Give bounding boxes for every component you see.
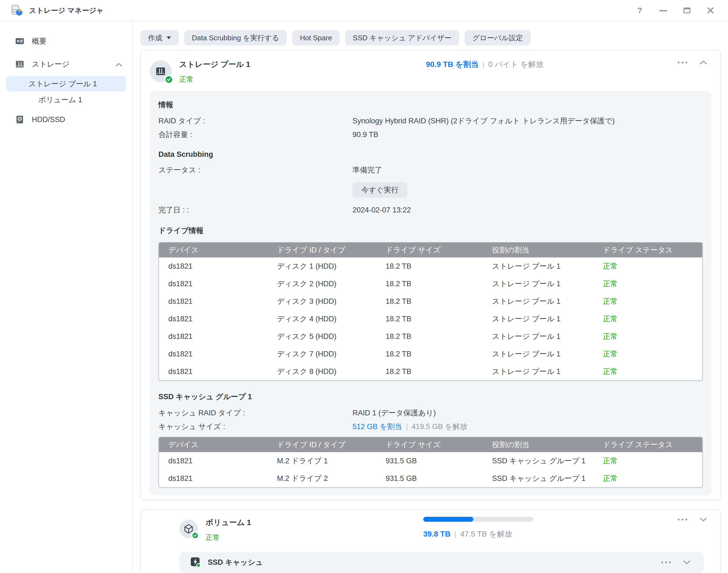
raid-type-label: RAID タイプ : (158, 116, 352, 125)
raid-type-value: Synology Hybrid RAID (SHR) (2ドライブ フォルト ト… (352, 116, 615, 125)
minimize-button[interactable] (659, 6, 668, 15)
cell-size: 931.5 GB (376, 452, 483, 470)
pool-title: ストレージ プール 1 (179, 59, 250, 70)
col-drive-status: ドライブ ステータス (594, 437, 702, 452)
nas-icon (155, 65, 167, 77)
drive-info-heading: ドライブ情報 (158, 226, 703, 236)
hdd-icon (15, 115, 25, 124)
cell-role: SSD キャッシュ グループ 1 (483, 470, 594, 487)
cell-role: ストレージ プール 1 (483, 257, 594, 275)
healthy-check-icon (164, 75, 173, 84)
hot-spare-button[interactable]: Hot Spare (292, 30, 340, 46)
cache-raid-row: キャッシュ RAID タイプ : RAID 1 (データ保護あり) (158, 408, 703, 418)
sidebar-item-storage-pool-1[interactable]: ストレージ プール 1 (6, 76, 126, 92)
cache-reclaimable: 419.5 GB を解放 (412, 422, 467, 431)
cache-allocated: 512 GB を割当 (352, 422, 402, 431)
sidebar-item-overview[interactable]: 概要 (0, 33, 132, 49)
create-button[interactable]: 作成 (141, 30, 179, 46)
info-row-raid: RAID タイプ : Synology Hybrid RAID (SHR) (2… (158, 116, 703, 125)
cache-drive-table: デバイス ドライブ ID / タイプ ドライブ サイズ 役割の割当 ドライブ ス… (158, 437, 703, 488)
chevron-up-icon[interactable] (116, 60, 122, 68)
sidebar-item-label: 概要 (32, 36, 47, 46)
cell-device: ds1821 (159, 275, 268, 293)
more-menu-icon[interactable] (661, 561, 671, 563)
scrub-date-row: 完了日 : : 2024-02-07 13:22 (158, 205, 703, 215)
total-capacity-label: 合計容量 : (158, 130, 352, 139)
sidebar-item-storage[interactable]: ストレージ (0, 56, 132, 72)
volume-used: 39.8 TB (423, 530, 451, 538)
volume-card: ボリューム 1 正常 39.8 TB|47.5 TB を解放 (141, 509, 721, 573)
pool-card-actions (678, 60, 707, 65)
sidebar-item-label: ボリューム 1 (38, 95, 82, 105)
cell-drive-id: ディスク 2 (HDD) (268, 275, 376, 293)
col-device: デバイス (159, 437, 268, 452)
expand-chevron-down-icon[interactable] (699, 517, 707, 522)
cache-divider: | (406, 422, 408, 431)
cell-role: ストレージ プール 1 (483, 363, 594, 380)
cell-drive-id: ディスク 1 (HDD) (268, 257, 376, 275)
ssd-cache-advisor-button[interactable]: SSD キャッシュ アドバイザー (345, 30, 459, 46)
expand-chevron-down-icon[interactable] (683, 560, 691, 565)
cache-drive-row: ds1821M.2 ドライブ 2931.5 GBSSD キャッシュ グループ 1… (159, 470, 702, 487)
cell-status: 正常 (594, 257, 702, 275)
volume-capacity: 39.8 TB|47.5 TB を解放 (423, 517, 534, 539)
main-content: 作成 Data Scrubbing を実行する Hot Spare SSD キャ… (133, 21, 728, 572)
help-button[interactable]: ? (635, 6, 644, 15)
total-capacity-value: 90.9 TB (352, 130, 378, 139)
more-menu-icon[interactable] (678, 518, 687, 521)
ssd-group-heading: SSD キャッシュ グループ 1 (158, 392, 703, 402)
cell-drive-id: ディスク 7 (HDD) (268, 345, 376, 363)
cache-table-header: デバイス ドライブ ID / タイプ ドライブ サイズ 役割の割当 ドライブ ス… (159, 437, 702, 452)
sidebar-item-hdd-ssd[interactable]: HDD/SSD (0, 111, 132, 128)
volume-card-header: ボリューム 1 正常 39.8 TB|47.5 TB を解放 (141, 510, 720, 552)
capacity-divider: | (483, 60, 484, 68)
window-title: ストレージ マネージャ (29, 6, 104, 15)
col-role: 役割の割当 (483, 243, 594, 257)
sidebar: 概要 ストレージ ストレージ プール 1 ボリューム 1 (0, 21, 133, 572)
cell-size: 18.2 TB (376, 345, 483, 363)
info-row-capacity: 合計容量 : 90.9 TB (158, 130, 703, 139)
create-button-label: 作成 (148, 33, 162, 43)
storage-pool-card: ストレージ プール 1 正常 90.9 TB を割当|0 バイト を解放 (141, 50, 721, 500)
global-settings-button[interactable]: グローバル設定 (464, 30, 530, 46)
sidebar-item-volume-1[interactable]: ボリューム 1 (6, 93, 126, 107)
storage-manager-window: ストレージ マネージャ ? 概要 (0, 0, 728, 573)
run-now-button[interactable]: 今すぐ実行 (352, 182, 407, 198)
volume-card-actions (678, 517, 707, 522)
cell-device: ds1821 (159, 257, 268, 275)
col-drive-status: ドライブ ステータス (594, 243, 702, 257)
cell-role: ストレージ プール 1 (483, 345, 594, 363)
drive-row: ds1821ディスク 2 (HDD)18.2 TBストレージ プール 1正常 (159, 275, 702, 293)
drive-table-header: デバイス ドライブ ID / タイプ ドライブ サイズ 役割の割当 ドライブ ス… (159, 243, 702, 257)
toolbar: 作成 Data Scrubbing を実行する Hot Spare SSD キャ… (141, 30, 721, 46)
pool-capacity: 90.9 TB を割当|0 バイト を解放 (426, 59, 544, 70)
col-device: デバイス (159, 243, 268, 257)
overview-icon (15, 36, 25, 46)
volume-usage-bar (423, 517, 534, 522)
drive-row: ds1821ディスク 4 (HDD)18.2 TBストレージ プール 1正常 (159, 310, 702, 328)
drive-table: デバイス ドライブ ID / タイプ ドライブ サイズ 役割の割当 ドライブ ス… (158, 242, 703, 381)
cell-status: 正常 (594, 345, 702, 363)
cell-device: ds1821 (159, 310, 268, 328)
cache-drive-row: ds1821M.2 ドライブ 1931.5 GBSSD キャッシュ グループ 1… (159, 452, 702, 470)
healthy-check-icon (191, 532, 199, 539)
collapse-chevron-up-icon[interactable] (699, 60, 707, 65)
drive-row: ds1821ディスク 7 (HDD)18.2 TBストレージ プール 1正常 (159, 345, 702, 363)
cell-drive-id: ディスク 4 (HDD) (268, 310, 376, 328)
cache-size-label: キャッシュ サイズ : (158, 422, 352, 431)
cell-drive-id: M.2 ドライブ 1 (268, 452, 376, 470)
cell-drive-id: ディスク 8 (HDD) (268, 363, 376, 380)
cell-role: ストレージ プール 1 (483, 328, 594, 345)
cell-status: 正常 (594, 363, 702, 380)
col-role: 役割の割当 (483, 437, 594, 452)
ssd-cache-icon (190, 557, 201, 568)
ssd-cache-row[interactable]: SSD キャッシュ (179, 552, 704, 573)
volume-status: 正常 (206, 533, 251, 542)
maximize-button[interactable] (682, 6, 691, 15)
cell-device: ds1821 (159, 345, 268, 363)
pool-reclaimable: 0 バイト を解放 (488, 60, 544, 68)
close-button[interactable] (706, 6, 715, 15)
run-data-scrubbing-button[interactable]: Data Scrubbing を実行する (184, 30, 287, 46)
cell-device: ds1821 (159, 328, 268, 345)
more-menu-icon[interactable] (678, 61, 687, 64)
